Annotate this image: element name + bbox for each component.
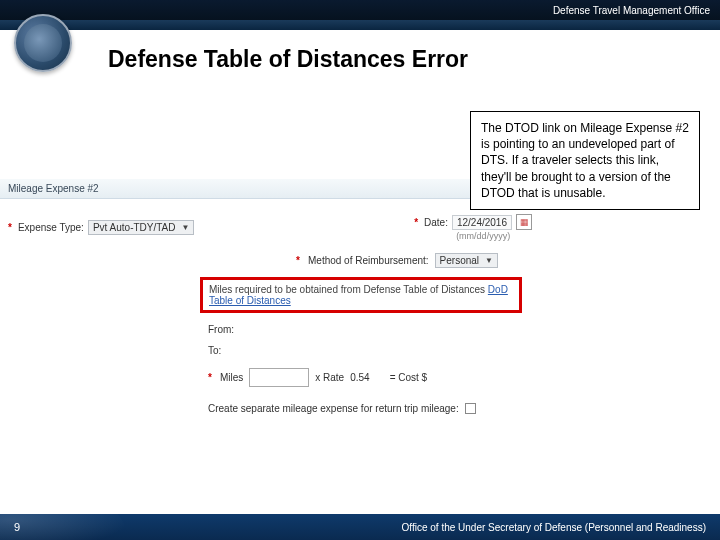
date-format-hint: (mm/dd/yyyy) xyxy=(456,231,532,241)
header-office-text: Defense Travel Management Office xyxy=(553,5,710,16)
dtod-highlight-box: Miles required to be obtained from Defen… xyxy=(200,277,522,313)
header-bar: Defense Travel Management Office xyxy=(0,0,720,20)
dtod-text: Miles required to be obtained from Defen… xyxy=(209,284,508,306)
miles-input[interactable] xyxy=(249,368,309,387)
chevron-down-icon: ▼ xyxy=(485,256,493,265)
cost-label: = Cost $ xyxy=(390,372,428,383)
mileage-form: Mileage Expense #2 * Expense Type: Pvt A… xyxy=(0,179,552,417)
from-label: From: xyxy=(208,324,234,335)
separate-mileage-label: Create separate mileage expense for retu… xyxy=(208,403,459,414)
miles-label: Miles xyxy=(220,372,243,383)
header-strip xyxy=(0,20,720,30)
rate-value: 0.54 xyxy=(350,372,369,383)
date-label: Date: xyxy=(424,217,448,228)
chevron-down-icon: ▼ xyxy=(182,223,190,232)
rate-label: x Rate xyxy=(315,372,344,383)
expense-type-value: Pvt Auto-TDY/TAD xyxy=(93,222,176,233)
callout-box: The DTOD link on Mileage Expense #2 is p… xyxy=(470,111,700,210)
date-input[interactable]: 12/24/2016 xyxy=(452,215,512,230)
required-asterisk: * xyxy=(208,372,212,383)
mor-label: Method of Reimbursement: xyxy=(308,255,429,266)
row-miles: * Miles x Rate 0.54 = Cost $ xyxy=(200,365,552,390)
required-asterisk: * xyxy=(414,217,418,228)
expense-type-label: Expense Type: xyxy=(18,222,84,233)
footer-org-text: Office of the Under Secretary of Defense… xyxy=(402,522,706,533)
required-asterisk: * xyxy=(296,255,300,266)
required-asterisk: * xyxy=(8,222,12,233)
separate-mileage-checkbox[interactable] xyxy=(465,403,476,414)
row-from: From: xyxy=(200,321,552,338)
to-label: To: xyxy=(208,345,221,356)
calendar-icon[interactable]: ▦ xyxy=(516,214,532,230)
page-title: Defense Table of Distances Error xyxy=(108,46,720,73)
expense-type-select[interactable]: Pvt Auto-TDY/TAD ▼ xyxy=(88,220,195,235)
page-number: 9 xyxy=(14,521,20,533)
mor-select[interactable]: Personal ▼ xyxy=(435,253,498,268)
row-method-reimbursement: * Method of Reimbursement: Personal ▼ xyxy=(0,250,552,271)
footer-bar: 9 Office of the Under Secretary of Defen… xyxy=(0,514,720,540)
row-to: To: xyxy=(200,342,552,359)
dtod-lead-text: Miles required to be obtained from Defen… xyxy=(209,284,488,295)
row-separate-mileage: Create separate mileage expense for retu… xyxy=(200,400,552,417)
row-expense-type: * Expense Type: Pvt Auto-TDY/TAD ▼ * Dat… xyxy=(0,211,552,244)
dod-seal-icon xyxy=(14,14,72,72)
mor-value: Personal xyxy=(440,255,479,266)
